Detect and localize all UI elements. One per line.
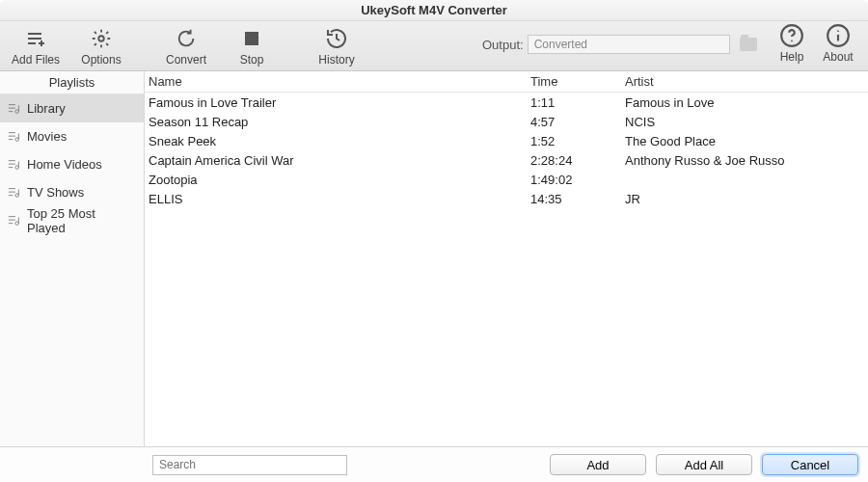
playlist-icon (8, 158, 21, 172)
history-icon (324, 26, 349, 51)
bottom-bar: Add Add All Cancel (0, 447, 868, 482)
table-row[interactable]: Zootopia1:49:02 (145, 170, 868, 189)
svg-point-20 (15, 137, 19, 141)
toolbar-left-group: Add Files Options (10, 26, 127, 67)
add-all-button[interactable]: Add All (656, 454, 752, 475)
about-label: About (823, 50, 853, 64)
svg-point-25 (15, 165, 19, 169)
cell-time: 1:11 (530, 95, 625, 110)
sidebar-item-label: Library (27, 101, 66, 116)
history-label: History (318, 53, 354, 67)
folder-icon[interactable] (740, 38, 757, 51)
toolbar-right-group: Help About (772, 23, 858, 64)
table-row[interactable]: ELLIS14:35JR (145, 189, 868, 208)
cell-name: Zootopia (145, 173, 530, 187)
add-files-label: Add Files (12, 53, 60, 67)
cell-artist: JR (625, 192, 868, 206)
sidebar-item-library[interactable]: Library (0, 94, 144, 122)
cell-artist: NCIS (625, 115, 868, 129)
convert-button[interactable]: Convert (160, 26, 212, 67)
cell-artist: Anthony Russo & Joe Russo (625, 153, 868, 168)
main-panel: Name Time Artist Famous in Love Trailer1… (145, 71, 868, 446)
table-row[interactable]: Famous in Love Trailer1:11Famous in Love (145, 93, 868, 112)
svg-point-35 (15, 221, 19, 225)
cell-time: 1:49:02 (530, 173, 625, 187)
add-button[interactable]: Add (550, 454, 646, 475)
cancel-button[interactable]: Cancel (762, 454, 858, 475)
stop-icon (242, 26, 261, 51)
playlist-icon (8, 102, 21, 116)
app-title: UkeySoft M4V Converter (361, 3, 507, 17)
help-button[interactable]: Help (772, 23, 812, 64)
sidebar-item-label: Top 25 Most Played (27, 206, 136, 235)
history-button[interactable]: History (311, 26, 363, 67)
about-button[interactable]: About (818, 23, 858, 64)
col-header-artist[interactable]: Artist (625, 74, 868, 89)
add-files-button[interactable]: Add Files (10, 26, 62, 67)
output-label: Output: (482, 38, 524, 52)
cell-name: Sneak Peek (145, 134, 530, 148)
stop-label: Stop (240, 53, 264, 67)
cell-name: Season 11 Recap (145, 115, 530, 129)
svg-point-5 (98, 36, 104, 41)
cell-time: 1:52 (530, 134, 625, 148)
cell-time: 2:28:24 (530, 153, 625, 168)
toolbar: Add Files Options Convert Stop (0, 21, 868, 71)
cell-time: 14:35 (530, 192, 625, 206)
table-row[interactable]: Captain America Civil War2:28:24Anthony … (145, 150, 868, 170)
titlebar: UkeySoft M4V Converter (0, 0, 868, 21)
cell-name: ELLIS (145, 192, 530, 206)
svg-point-30 (15, 193, 19, 197)
sidebar-item-label: TV Shows (27, 185, 84, 200)
output-path-field[interactable] (528, 35, 730, 54)
sidebar-item-home-videos[interactable]: Home Videos (0, 150, 144, 178)
svg-point-11 (837, 30, 839, 32)
sidebar-item-label: Movies (27, 129, 67, 144)
table-row[interactable]: Season 11 Recap4:57NCIS (145, 112, 868, 131)
stop-button[interactable]: Stop (226, 26, 278, 67)
svg-rect-6 (245, 32, 258, 45)
output-section: Output: (482, 35, 757, 54)
svg-point-8 (791, 40, 793, 42)
cell-artist: The Good Place (625, 134, 868, 148)
cell-name: Famous in Love Trailer (145, 95, 530, 110)
playlist-icon (8, 130, 21, 144)
cell-artist: Famous in Love (625, 95, 868, 110)
toolbar-history-group: History (311, 26, 363, 67)
col-header-name[interactable]: Name (145, 74, 530, 89)
options-label: Options (81, 53, 121, 67)
content-area: Playlists LibraryMoviesHome VideosTV Sho… (0, 71, 868, 447)
help-icon (779, 23, 804, 48)
refresh-icon (175, 26, 198, 51)
cell-name: Captain America Civil War (145, 153, 530, 168)
sidebar-item-tv-shows[interactable]: TV Shows (0, 178, 144, 206)
cell-time: 4:57 (530, 115, 625, 129)
sidebar-header: Playlists (0, 71, 144, 94)
gear-icon (90, 26, 113, 51)
info-icon (826, 23, 851, 48)
table-header: Name Time Artist (145, 71, 868, 93)
col-header-time[interactable]: Time (530, 74, 625, 89)
sidebar: Playlists LibraryMoviesHome VideosTV Sho… (0, 71, 145, 446)
table-body: Famous in Love Trailer1:11Famous in Love… (145, 93, 868, 208)
toolbar-mid-group: Convert Stop (160, 26, 278, 67)
table-row[interactable]: Sneak Peek1:52The Good Place (145, 131, 868, 150)
playlist-icon (8, 214, 21, 228)
convert-label: Convert (166, 53, 206, 67)
add-files-icon (24, 26, 47, 51)
svg-point-15 (15, 109, 19, 113)
sidebar-item-label: Home Videos (27, 157, 102, 172)
sidebar-item-movies[interactable]: Movies (0, 122, 144, 150)
playlist-icon (8, 186, 21, 200)
search-input[interactable] (152, 455, 347, 475)
options-button[interactable]: Options (75, 26, 127, 67)
sidebar-item-top-25-most-played[interactable]: Top 25 Most Played (0, 206, 144, 234)
help-label: Help (780, 50, 804, 64)
